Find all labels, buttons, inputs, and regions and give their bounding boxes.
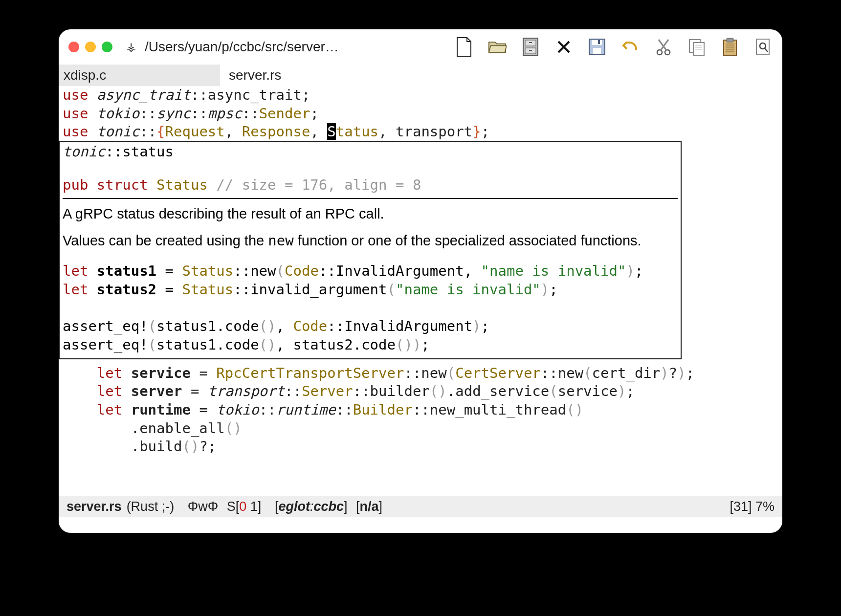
- emacs-window: ⚶ /Users/yuan/p/ccbc/src/server…: [59, 29, 782, 533]
- new-file-icon[interactable]: [455, 38, 473, 56]
- svg-point-10: [665, 50, 670, 55]
- modeline-filename: server.rs: [66, 499, 122, 514]
- editor-area-continued[interactable]: let service = RpcCertTransportServer::ne…: [59, 359, 782, 456]
- undo-icon[interactable]: [621, 38, 640, 56]
- copy-icon[interactable]: [687, 38, 706, 56]
- text-cursor: S: [327, 123, 335, 140]
- modeline[interactable]: server.rs (Rust ;-) ΦwΦ S[0 1] [eglot:cc…: [59, 496, 782, 517]
- popup-doc: A gRPC status describing the result of a…: [60, 204, 681, 262]
- minibuffer[interactable]: [59, 517, 782, 533]
- titlebar: ⚶ /Users/yuan/p/ccbc/src/server…: [59, 29, 782, 65]
- paste-icon[interactable]: [721, 38, 739, 56]
- file-cabinet-icon[interactable]: [521, 38, 540, 56]
- vc-icon: ⚶: [126, 40, 136, 54]
- tab-xdisp[interactable]: xdisp.c: [59, 65, 220, 86]
- modeline-syntax: S[0 1]: [223, 499, 261, 514]
- toolbar: [455, 38, 773, 56]
- svg-rect-8: [598, 40, 600, 44]
- close-window-button[interactable]: [68, 42, 79, 52]
- svg-rect-4: [529, 50, 532, 51]
- open-folder-icon[interactable]: [488, 38, 507, 56]
- popup-example: let status1 = Status::new(Code::InvalidA…: [60, 262, 681, 358]
- cut-icon[interactable]: [654, 38, 673, 56]
- window-title: /Users/yuan/p/ccbc/src/server…: [145, 39, 339, 55]
- close-icon[interactable]: [554, 38, 573, 56]
- search-icon[interactable]: [754, 38, 773, 56]
- modeline-mode: (Rust ;-): [127, 499, 175, 514]
- tab-server[interactable]: server.rs: [220, 65, 286, 86]
- traffic-lights: [68, 42, 112, 52]
- popup-divider: [63, 198, 678, 199]
- modeline-flycheck: ΦwΦ: [188, 499, 219, 514]
- tab-bar: xdisp.c server.rs: [59, 65, 782, 86]
- svg-rect-7: [593, 48, 601, 54]
- svg-rect-12: [693, 43, 704, 55]
- svg-point-9: [657, 50, 662, 55]
- minimize-window-button[interactable]: [85, 42, 96, 52]
- save-icon[interactable]: [588, 38, 606, 56]
- modeline-eglot: [eglot:ccbc]: [275, 499, 348, 514]
- hover-doc-popup: tonic::status pub struct Status // size …: [59, 141, 682, 359]
- svg-rect-3: [529, 42, 532, 43]
- popup-signature: tonic::status pub struct Status // size …: [60, 142, 681, 196]
- zoom-window-button[interactable]: [102, 42, 112, 52]
- svg-rect-14: [727, 38, 733, 42]
- modeline-position: [31] 7%: [730, 499, 775, 514]
- modeline-na: [n/a]: [352, 499, 382, 514]
- svg-rect-6: [592, 40, 602, 45]
- svg-rect-15: [756, 39, 769, 55]
- editor-area[interactable]: use async_trait::async_trait; use tokio:…: [59, 86, 782, 141]
